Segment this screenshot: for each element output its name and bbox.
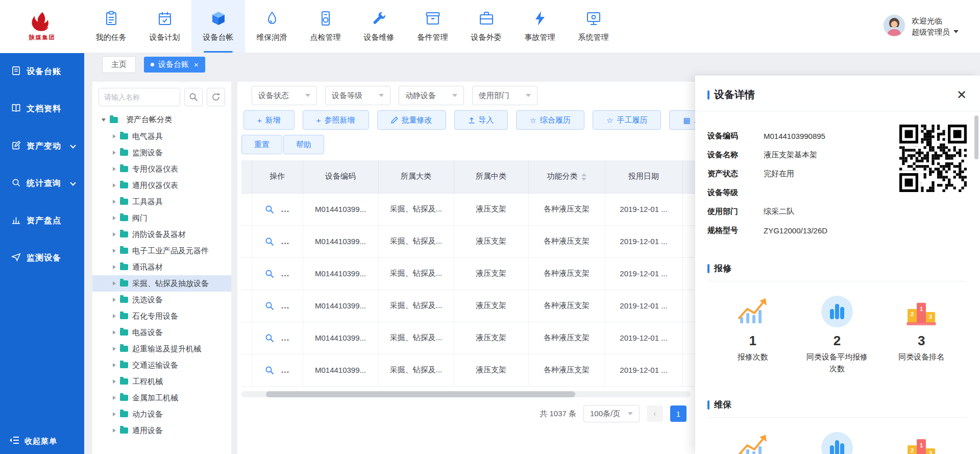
row-view-icon[interactable] bbox=[265, 205, 274, 214]
expand-caret-icon[interactable] bbox=[113, 167, 116, 171]
row-more-button[interactable]: ... bbox=[281, 205, 289, 214]
user-dropdown-caret-icon[interactable] bbox=[953, 30, 959, 33]
expand-caret-icon[interactable] bbox=[113, 232, 116, 236]
tab-equipment-ledger[interactable]: 设备台账 × bbox=[144, 57, 205, 73]
nav-equipment-ledger[interactable]: 设备台帐 bbox=[191, 0, 245, 53]
row-more-button[interactable]: ... bbox=[281, 269, 289, 278]
tree-item[interactable]: 洗选设备 bbox=[92, 292, 231, 308]
horizontal-scrollbar-thumb[interactable] bbox=[266, 391, 575, 397]
row-more-button[interactable]: ... bbox=[281, 366, 289, 375]
expand-caret-icon[interactable] bbox=[113, 363, 116, 367]
expand-caret-icon[interactable] bbox=[113, 265, 116, 269]
row-view-icon[interactable] bbox=[265, 237, 274, 246]
manual-history-button[interactable]: ☆手工履历 bbox=[593, 110, 661, 130]
tree-search-button[interactable] bbox=[184, 88, 203, 106]
row-more-button[interactable]: ... bbox=[281, 333, 289, 343]
expand-caret-icon[interactable] bbox=[113, 412, 116, 416]
expand-caret-icon[interactable] bbox=[113, 249, 116, 253]
tree-item[interactable]: 石化专用设备 bbox=[92, 308, 231, 324]
row-view-icon[interactable] bbox=[265, 301, 274, 310]
add-button[interactable]: +新增 bbox=[243, 110, 295, 130]
tree-refresh-button[interactable] bbox=[207, 88, 225, 106]
filter-equipment-level[interactable]: 设备等级 bbox=[325, 86, 390, 105]
tree-item[interactable]: 金属加工机械 bbox=[92, 390, 231, 406]
sidebar-item-monitoring-equipment[interactable]: 监测设备 bbox=[0, 240, 84, 277]
nav-equipment-repair[interactable]: 设备维修 bbox=[352, 0, 406, 53]
user-menu[interactable]: 欢迎光临 超级管理员 bbox=[883, 0, 980, 53]
expand-caret-icon[interactable] bbox=[113, 314, 116, 318]
tree-search-input[interactable] bbox=[99, 88, 180, 106]
tree-item[interactable]: 工程机械 bbox=[92, 373, 231, 390]
tree-root[interactable]: 资产台帐分类 bbox=[92, 111, 231, 128]
nav-equipment-outsourcing[interactable]: 设备外委 bbox=[459, 0, 513, 53]
tree-item[interactable]: 动力设备 bbox=[92, 406, 231, 422]
row-view-icon[interactable] bbox=[265, 333, 274, 343]
tree-item[interactable]: 采掘、钻探及抽放设备 bbox=[92, 275, 231, 292]
tree-item[interactable]: 监测设备 bbox=[92, 145, 231, 161]
help-button[interactable]: 帮助 bbox=[283, 135, 324, 154]
row-view-icon[interactable] bbox=[265, 366, 274, 375]
add-by-reference-button[interactable]: +参照新增 bbox=[303, 110, 369, 130]
tree-item[interactable]: 消防设备及器材 bbox=[92, 226, 231, 243]
repair-section: 报修 1报修次数2同类设备平均报修次数2133同类设备排名 bbox=[707, 262, 967, 374]
expand-caret-icon[interactable] bbox=[113, 151, 116, 155]
tree-item[interactable]: 起重输送及提升机械 bbox=[92, 341, 231, 357]
drawer-scrollbar-thumb[interactable] bbox=[974, 115, 978, 159]
tree-item[interactable]: 专用仪器仪表 bbox=[92, 161, 231, 177]
expand-caret-icon[interactable] bbox=[113, 428, 116, 433]
nav-system-management[interactable]: 系统管理 bbox=[567, 0, 620, 53]
horizontal-scrollbar[interactable] bbox=[241, 391, 691, 397]
tree-item[interactable]: 通用设备 bbox=[92, 422, 231, 439]
expand-caret-icon[interactable] bbox=[113, 330, 116, 334]
tab-home[interactable]: 主页 bbox=[102, 56, 136, 73]
expand-caret-icon[interactable] bbox=[113, 298, 116, 302]
collapse-menu-button[interactable]: 收起菜单 bbox=[0, 428, 84, 454]
nav-inspection-management[interactable]: 点检管理 bbox=[299, 0, 352, 53]
page-1-button[interactable]: 1 bbox=[670, 405, 687, 422]
tree-item[interactable]: 通用仪器仪表 bbox=[92, 177, 231, 194]
sort-icon[interactable] bbox=[581, 173, 586, 181]
sidebar-item-equipment-ledger[interactable]: 设备台账 bbox=[0, 53, 84, 90]
tree-item[interactable]: 通讯器材 bbox=[92, 259, 231, 275]
batch-edit-button[interactable]: 批量修改 bbox=[377, 110, 446, 130]
tree-item[interactable]: 电气器具 bbox=[92, 128, 231, 145]
tree-item[interactable]: 工具器具 bbox=[92, 194, 231, 210]
filter-dynamic-static[interactable]: 动静设备 bbox=[399, 86, 464, 105]
filter-using-department[interactable]: 使用部门 bbox=[472, 86, 537, 105]
page-size-select[interactable]: 100条/页 bbox=[583, 405, 640, 422]
row-more-button[interactable]: ... bbox=[281, 301, 289, 310]
row-view-icon[interactable] bbox=[265, 269, 274, 278]
tree-item[interactable]: 交通运输设备 bbox=[92, 357, 231, 373]
prev-page-button[interactable]: ‹ bbox=[647, 405, 663, 422]
expand-caret-icon[interactable] bbox=[113, 183, 116, 187]
sidebar-item-documents[interactable]: 文档资料 bbox=[0, 90, 84, 128]
expand-caret-icon[interactable] bbox=[113, 216, 116, 220]
expand-caret-icon[interactable] bbox=[102, 118, 106, 122]
tree-item[interactable]: 电器设备 bbox=[92, 324, 231, 341]
nav-equipment-plan[interactable]: 设备计划 bbox=[138, 0, 191, 53]
tab-close-icon[interactable]: × bbox=[194, 61, 199, 68]
import-button[interactable]: 导入 bbox=[454, 110, 508, 130]
row-more-button[interactable]: ... bbox=[281, 237, 289, 246]
nav-maintenance-lubrication[interactable]: 维保润滑 bbox=[245, 0, 299, 53]
sidebar-item-statistics-query[interactable]: 统计查询 bbox=[0, 165, 84, 202]
row-spacer-cell bbox=[241, 354, 252, 386]
expand-caret-icon[interactable] bbox=[113, 347, 116, 351]
folder-icon bbox=[120, 427, 128, 434]
filter-equipment-status[interactable]: 设备状态 bbox=[252, 86, 317, 105]
nav-spare-parts[interactable]: 备件管理 bbox=[406, 0, 459, 53]
sidebar-item-asset-inventory[interactable]: 资产盘点 bbox=[0, 202, 84, 240]
reset-button[interactable]: 重置 bbox=[241, 135, 282, 154]
expand-caret-icon[interactable] bbox=[113, 379, 116, 384]
expand-caret-icon[interactable] bbox=[113, 396, 116, 400]
drawer-close-icon[interactable]: ✕ bbox=[957, 89, 967, 101]
nav-my-tasks[interactable]: 我的任务 bbox=[84, 0, 138, 53]
tree-item[interactable]: 阀门 bbox=[92, 210, 231, 226]
sidebar-item-asset-change[interactable]: 资产变动 bbox=[0, 128, 84, 165]
expand-caret-icon[interactable] bbox=[113, 200, 116, 204]
expand-caret-icon[interactable] bbox=[113, 134, 116, 138]
expand-caret-icon[interactable] bbox=[113, 281, 116, 285]
nav-accident-management[interactable]: 事故管理 bbox=[513, 0, 567, 53]
comprehensive-history-button[interactable]: ☆综合履历 bbox=[516, 110, 584, 130]
tree-item[interactable]: 电子工业产品及元器件 bbox=[92, 243, 231, 259]
